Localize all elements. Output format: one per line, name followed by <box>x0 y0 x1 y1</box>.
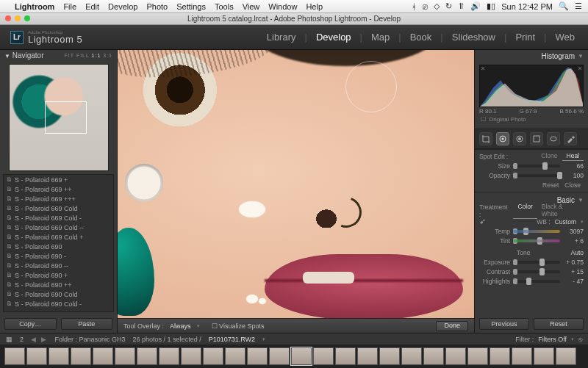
heal-mode[interactable]: Heal <box>562 151 584 161</box>
exposure-value[interactable]: + 0.75 <box>563 259 584 266</box>
filmstrip-thumb[interactable] <box>71 347 91 365</box>
exposure-slider[interactable] <box>513 261 560 264</box>
filmstrip-thumb[interactable] <box>4 347 25 365</box>
preset-list[interactable]: S - Polaroid 669 + S - Polaroid 669 ++ S… <box>3 174 114 312</box>
filmstrip-thumb[interactable] <box>445 347 466 365</box>
triangle-down-icon[interactable]: ▼ <box>578 53 584 59</box>
preset-item[interactable]: S - Polaroid 690 - <box>4 251 113 261</box>
module-print[interactable]: Print <box>512 32 538 43</box>
opacity-slider[interactable] <box>513 174 560 177</box>
filmstrip-thumb[interactable] <box>357 347 378 365</box>
contrast-slider[interactable] <box>513 270 560 273</box>
preset-item[interactable]: S - Polaroid 669 ++ <box>4 184 113 194</box>
filmstrip-thumb[interactable] <box>313 347 334 365</box>
notification-center-icon[interactable]: ☰ <box>575 1 582 11</box>
module-book[interactable]: Book <box>407 32 435 43</box>
window-zoom-button[interactable] <box>24 15 30 21</box>
highlights-value[interactable]: - 47 <box>563 278 584 285</box>
filmstrip-thumb[interactable] <box>490 347 510 365</box>
filmstrip-thumb[interactable] <box>423 347 444 365</box>
menu-tools[interactable]: Tools <box>215 2 234 11</box>
preset-item[interactable]: S - Polaroid 690 -- <box>4 261 113 270</box>
window-close-button[interactable] <box>5 15 11 21</box>
preset-item[interactable]: S - Polaroid 690 Cold <box>4 289 113 299</box>
back-forward-icon[interactable]: ◀ ▶ <box>31 336 48 343</box>
chevron-down-icon[interactable]: ▾ <box>581 219 584 225</box>
spotlight-icon[interactable]: 🔍 <box>559 1 569 11</box>
filmstrip-thumb[interactable] <box>49 347 69 365</box>
filmstrip-thumb[interactable] <box>379 347 400 365</box>
spot-reset-link[interactable]: Reset <box>542 181 559 189</box>
filmstrip-thumb[interactable] <box>247 347 268 365</box>
filmstrip-thumb[interactable] <box>159 347 179 365</box>
image-canvas[interactable] <box>118 50 474 318</box>
module-develop[interactable]: Develop <box>313 32 354 43</box>
spot-close-link[interactable]: Close <box>564 181 581 189</box>
volume-icon[interactable]: 🔊 <box>470 1 481 11</box>
chevron-down-icon[interactable]: ▾ <box>262 336 265 342</box>
adjustment-brush-tool-icon[interactable] <box>564 132 577 145</box>
eyedropper-icon[interactable]: ➶ <box>479 217 486 226</box>
menu-view[interactable]: View <box>243 2 260 11</box>
filmstrip-thumb[interactable] <box>291 347 312 365</box>
size-slider[interactable] <box>513 165 560 167</box>
filter-lock-icon[interactable]: ⎋ <box>578 336 582 343</box>
preset-item[interactable]: S - Polaroid 669 + <box>4 175 113 184</box>
temp-slider[interactable] <box>513 230 560 233</box>
menu-photo[interactable]: Photo <box>146 2 168 11</box>
module-slideshow[interactable]: Slideshow <box>449 32 498 43</box>
preset-item[interactable]: S - Polaroid 690 ++ <box>4 280 113 289</box>
tint-value[interactable]: + 6 <box>563 237 584 245</box>
done-button[interactable]: Done <box>436 321 468 331</box>
filmstrip-thumb[interactable] <box>401 347 422 365</box>
filmstrip-thumb[interactable] <box>203 347 223 365</box>
module-library[interactable]: Library <box>264 32 299 43</box>
wifi-icon[interactable]: ⥣ <box>458 1 465 11</box>
menu-window[interactable]: Window <box>268 2 297 11</box>
filmstrip-thumb[interactable] <box>512 347 532 365</box>
filmstrip-thumb[interactable] <box>467 347 488 365</box>
menu-file[interactable]: File <box>63 2 76 11</box>
window-minimize-button[interactable] <box>15 15 21 21</box>
navigator-preview[interactable] <box>9 64 109 171</box>
menu-app[interactable]: Lightroom <box>15 2 54 11</box>
menu-help[interactable]: Help <box>306 2 323 11</box>
chevron-down-icon[interactable]: ▾ <box>571 336 574 342</box>
visualize-spots-checkbox[interactable]: Visualize Spots <box>219 322 264 330</box>
spot-removal-tool-icon[interactable] <box>496 132 509 145</box>
module-web[interactable]: Web <box>553 32 578 43</box>
size-value[interactable]: 66 <box>563 162 584 170</box>
temp-value[interactable]: 3097 <box>563 228 584 235</box>
secondary-display-icon[interactable]: 2 <box>20 336 24 343</box>
heal-spot-icon[interactable] <box>246 295 258 303</box>
paste-button[interactable]: Paste <box>61 318 113 330</box>
filmstrip-thumb[interactable] <box>115 347 135 365</box>
filmstrip-thumb[interactable] <box>93 347 113 365</box>
tool-overlay-value[interactable]: Always <box>170 322 191 330</box>
filter-mode[interactable]: Filters Off <box>538 336 567 343</box>
highlights-slider[interactable] <box>513 280 560 283</box>
menu-settings[interactable]: Settings <box>176 2 206 11</box>
opacity-value[interactable]: 100 <box>563 172 584 179</box>
previous-button[interactable]: Previous <box>479 318 529 330</box>
preset-item[interactable]: S - Polaroid 669 Cold - <box>4 213 113 223</box>
heal-spot-icon[interactable] <box>259 298 266 304</box>
dropbox-icon[interactable]: ◇ <box>434 1 440 11</box>
checkbox-icon[interactable]: ☐ <box>481 116 486 123</box>
reset-button[interactable]: Reset <box>534 318 584 330</box>
filmstrip-thumb[interactable] <box>181 347 201 365</box>
filmstrip-thumb[interactable] <box>534 347 554 365</box>
bluetooth-icon[interactable]: ᚼ <box>412 2 417 11</box>
radial-filter-tool-icon[interactable] <box>547 132 560 145</box>
redeye-tool-icon[interactable] <box>513 132 526 145</box>
auto-tone-button[interactable]: Auto <box>571 249 584 256</box>
filmstrip-thumb[interactable] <box>225 347 245 365</box>
graduated-filter-tool-icon[interactable] <box>530 132 543 145</box>
timemachine-icon[interactable]: ↻ <box>445 1 452 11</box>
histogram[interactable]: R 80.1 G 67.9 B 56.6 % ☐Original Photo <box>475 62 588 129</box>
contrast-value[interactable]: + 15 <box>563 268 584 275</box>
filmstrip[interactable] <box>0 344 588 368</box>
filmstrip-thumb[interactable] <box>137 347 157 365</box>
heal-spot-icon[interactable] <box>239 201 265 217</box>
preset-item[interactable]: S - Polaroid 669 Cold -- <box>4 223 113 232</box>
